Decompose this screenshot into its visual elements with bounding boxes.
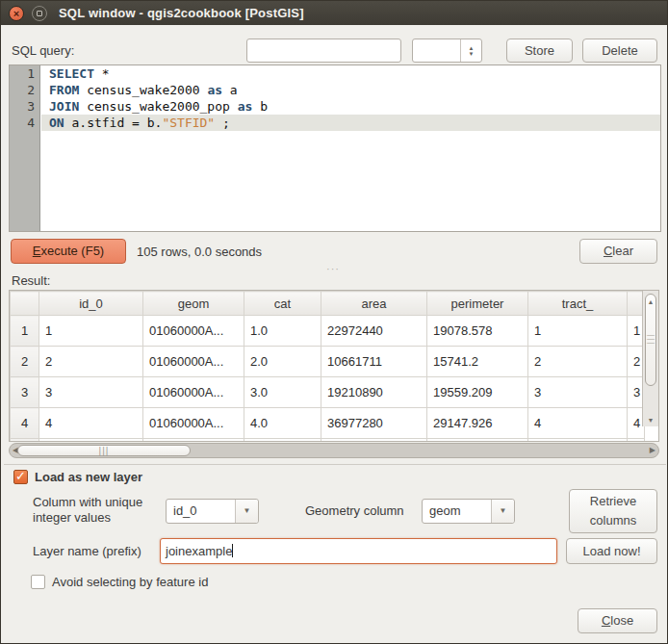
column-header-area[interactable]: area [321,292,427,316]
cell[interactable]: 4 [528,408,628,439]
cell[interactable]: 1 [39,316,143,347]
column-header-geom[interactable]: geom [143,292,244,316]
cell[interactable]: 3 [528,377,628,408]
cell[interactable]: 4 [39,408,143,439]
store-button[interactable]: Store [506,39,573,63]
cell[interactable]: 01060000A... [143,316,244,347]
unique-column-combobox[interactable]: id_0 ▼ [166,499,259,524]
cell[interactable]: 1 [528,316,628,347]
layer-name-value: joinexample [166,544,232,558]
result-table[interactable]: id_0 geom cat area perimeter tract_ 1 1 … [9,290,659,442]
chevron-down-icon[interactable]: ▼ [235,500,258,523]
cell[interactable]: 2 [528,347,628,377]
code-line-3: JOIN census_wake2000_pop as b [41,98,660,115]
editor-line-number-gutter: 1 2 3 4 [10,65,40,231]
editor-code-area[interactable]: SELECT * FROM census_wake2000 as a JOIN … [41,65,660,231]
code-line-2: FROM census_wake2000 as a [41,82,660,98]
cell[interactable]: 19078.578 [427,316,528,347]
row-header[interactable]: 4 [11,408,39,439]
row-header[interactable]: 1 [11,316,39,347]
table-row-clipped[interactable]: 5 5 01060000A... 5.0 47820424 29042.93 5… [11,439,645,443]
cell[interactable]: 19210890 [321,377,427,408]
window-close-button[interactable]: × [9,6,24,21]
clear-button[interactable]: Clear [579,239,657,264]
scroll-right-icon[interactable]: ▶ [650,446,655,454]
cell[interactable]: 5 [528,439,628,443]
cell[interactable]: 5.0 [244,439,321,443]
query-status-text: 105 rows, 0.0 seconds [137,245,262,259]
line-number: 1 [10,65,39,82]
column-header-tract[interactable]: tract_ [528,292,628,316]
chevron-down-icon[interactable]: ▼ [491,500,514,523]
stored-query-combobox[interactable]: ▲▼ [412,39,482,63]
unique-column-value: id_0 [173,503,197,518]
line-number: 4 [10,115,39,131]
column-header-perimeter[interactable]: perimeter [427,292,528,316]
table-row[interactable]: 2 2 01060000A... 2.0 10661711 15741.2 2 … [11,347,645,377]
cell[interactable]: 01060000A... [143,408,244,439]
cell[interactable]: 4.0 [244,408,321,439]
window-restore-button[interactable] [32,6,47,21]
stored-query-name-input[interactable] [246,39,401,63]
result-grid: id_0 geom cat area perimeter tract_ 1 1 … [10,291,645,442]
text-cursor [232,544,233,557]
cell[interactable]: 01060000A... [143,377,244,408]
table-row[interactable]: 4 4 01060000A... 4.0 36977280 29147.926 … [11,408,645,439]
cell[interactable]: 15741.2 [427,347,528,377]
avoid-fid-label[interactable]: Avoid selecting by feature id [52,575,208,589]
horizontal-scrollbar-thumb[interactable]: ||| [17,445,191,456]
cell[interactable]: 5 [39,439,143,443]
cell[interactable]: 3.0 [244,377,321,408]
layer-name-input[interactable]: joinexample [160,538,557,564]
vertical-scrollbar[interactable]: ▲ ——— ▼ [642,291,658,426]
cell[interactable]: 36977280 [321,408,427,439]
cell[interactable]: 01060000A... [143,439,244,443]
titlebar[interactable]: × SQL window - qgis2cookbook [PostGIS] [1,1,667,25]
row-header[interactable]: 2 [11,347,39,377]
column-header-id0[interactable]: id_0 [39,292,143,316]
cell[interactable]: 10661711 [321,347,427,377]
sql-editor[interactable]: 1 2 3 4 SELECT * FROM census_wake2000 as… [9,64,661,232]
avoid-fid-checkbox[interactable] [31,575,45,589]
scroll-down-icon[interactable]: ▼ [643,417,658,424]
delete-button[interactable]: Delete [582,39,657,63]
cell[interactable]: 3 [39,377,143,408]
cell[interactable]: 2 [39,347,143,377]
cell[interactable]: 01060000A... [143,347,244,377]
cell[interactable]: 29147.926 [427,408,528,439]
cell[interactable]: 29042.93 [427,439,528,443]
splitter-handle[interactable]: ··· [326,263,340,274]
scroll-up-icon[interactable]: ▲ [646,298,655,305]
line-number: 3 [10,98,39,115]
geometry-column-combobox[interactable]: geom ▼ [422,499,515,524]
geometry-column-label: Geometry column [305,503,404,518]
result-label: Result: [12,273,50,288]
scrollbar-grip-icon: ——— [646,333,655,345]
cell[interactable]: 1.0 [244,316,321,347]
vertical-scrollbar-thumb[interactable]: ▲ ——— [645,294,656,386]
row-header[interactable]: 5 [11,439,39,443]
row-header[interactable]: 3 [11,377,39,408]
execute-button[interactable]: Execute (F5) [11,239,126,264]
cell[interactable]: 22972440 [321,316,427,347]
cell[interactable]: 2.0 [244,347,321,377]
cell[interactable]: 47820424 [321,439,427,443]
cell[interactable]: 5 [628,439,645,443]
table-row[interactable]: 3 3 01060000A... 3.0 19210890 19559.209 … [11,377,645,408]
close-button[interactable]: Close [578,608,657,633]
load-now-button[interactable]: Load now! [566,538,657,564]
load-as-new-layer-label[interactable]: Load as new layer [35,470,142,484]
retrieve-columns-button[interactable]: Retrieve columns [569,489,657,533]
load-as-new-layer-checkbox[interactable]: ✓ [13,470,28,484]
column-header-cat[interactable]: cat [244,292,321,316]
restore-icon [37,11,42,16]
cell[interactable]: 19559.209 [427,377,528,408]
spinner-arrows-icon[interactable]: ▲▼ [460,39,481,62]
corner-header[interactable] [11,292,39,316]
horizontal-scrollbar[interactable]: ◀ ||| ▶ [9,443,659,458]
geometry-column-value: geom [429,503,461,518]
close-icon: × [10,6,23,21]
table-header-row: id_0 geom cat area perimeter tract_ [11,292,645,316]
line-number: 2 [10,82,39,98]
table-row[interactable]: 1 1 01060000A... 1.0 22972440 19078.578 … [11,316,645,347]
